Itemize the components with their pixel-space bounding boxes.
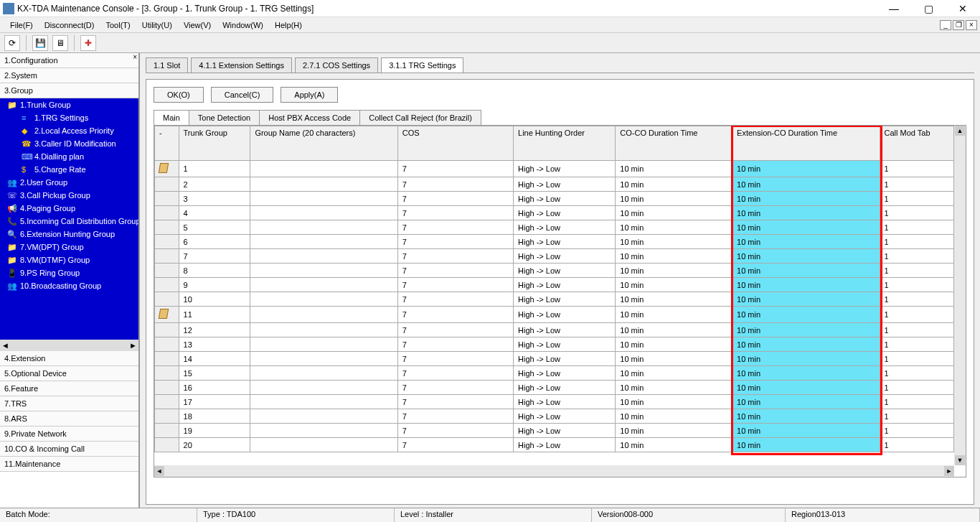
cell-coco[interactable]: 10 min xyxy=(616,177,732,192)
cell-group-name[interactable] xyxy=(250,220,397,235)
cell-group-name[interactable] xyxy=(250,438,397,452)
col-indicator[interactable]: - xyxy=(155,126,179,161)
cell-trunk-group[interactable]: 10 xyxy=(179,292,250,307)
nav-maintenance[interactable]: 11.Maintenance xyxy=(0,457,138,472)
table-row[interactable]: 97High -> Low10 min10 min1 xyxy=(155,278,954,292)
subtab-tone[interactable]: Tone Detection xyxy=(189,110,260,126)
nav-private-network[interactable]: 9.Private Network xyxy=(0,427,138,442)
tree-vm-dpt[interactable]: 📁7.VM(DPT) Group xyxy=(0,241,138,253)
cell-extco[interactable]: 10 min xyxy=(732,161,880,177)
cell-coco[interactable]: 10 min xyxy=(616,206,732,220)
cell-extco[interactable]: 10 min xyxy=(732,395,880,409)
sidebar-hscroll[interactable]: ◄► xyxy=(0,340,138,351)
cell-coco[interactable]: 10 min xyxy=(616,278,732,292)
cell-trunk-group[interactable]: 8 xyxy=(179,264,250,278)
cancel-button[interactable]: Cancel(C) xyxy=(211,87,274,103)
cell-trunk-group[interactable]: 1 xyxy=(179,161,250,177)
scroll-up-icon[interactable]: ▲ xyxy=(955,126,965,136)
table-row[interactable]: 197High -> Low10 min10 min1 xyxy=(155,424,954,438)
table-row[interactable]: 57High -> Low10 min10 min1 xyxy=(155,220,954,235)
cell-extco[interactable]: 10 min xyxy=(732,366,880,381)
cell-coco[interactable]: 10 min xyxy=(616,438,732,452)
cell-trunk-group[interactable]: 9 xyxy=(179,278,250,292)
cell-extco[interactable]: 10 min xyxy=(732,235,880,249)
cell-cos[interactable]: 7 xyxy=(397,424,513,438)
cell-extco[interactable]: 10 min xyxy=(732,206,880,220)
cell-extco[interactable]: 10 min xyxy=(732,381,880,395)
scroll-left-icon[interactable]: ◄ xyxy=(154,466,164,476)
maximize-button[interactable]: ▢ xyxy=(914,1,943,16)
cell-hunting[interactable]: High -> Low xyxy=(514,235,616,249)
cell-extco[interactable]: 10 min xyxy=(732,192,880,206)
tab-slot[interactable]: 1.1 Slot xyxy=(146,57,188,73)
cell-extco[interactable]: 10 min xyxy=(732,220,880,235)
cell-coco[interactable]: 10 min xyxy=(616,161,732,177)
cell-group-name[interactable] xyxy=(250,192,397,206)
cell-coco[interactable]: 10 min xyxy=(616,337,732,352)
col-coco[interactable]: CO-CO Duration Time xyxy=(616,126,732,161)
nav-co-incoming[interactable]: 10.CO & Incoming Call xyxy=(0,442,138,457)
cell-cos[interactable]: 7 xyxy=(397,192,513,206)
cell-hunting[interactable]: High -> Low xyxy=(514,307,616,323)
col-cmt[interactable]: Call Mod Tab xyxy=(880,126,953,161)
nav-trs[interactable]: 7.TRS xyxy=(0,396,138,411)
cell-trunk-group[interactable]: 15 xyxy=(179,366,250,381)
cell-cmt[interactable]: 1 xyxy=(880,161,953,177)
cell-extco[interactable]: 10 min xyxy=(732,424,880,438)
cell-extco[interactable]: 10 min xyxy=(732,409,880,424)
cell-group-name[interactable] xyxy=(250,278,397,292)
cell-cmt[interactable]: 1 xyxy=(880,206,953,220)
table-row[interactable]: 37High -> Low10 min10 min1 xyxy=(155,192,954,206)
nav-group[interactable]: 3.Group xyxy=(0,83,138,98)
minimize-button[interactable]: — xyxy=(880,1,908,16)
cell-cos[interactable]: 7 xyxy=(397,307,513,323)
cell-cmt[interactable]: 1 xyxy=(880,438,953,452)
cell-cos[interactable]: 7 xyxy=(397,278,513,292)
tree-user-group[interactable]: 👥2.User Group xyxy=(0,176,138,189)
cell-cos[interactable]: 7 xyxy=(397,161,513,177)
cell-extco[interactable]: 10 min xyxy=(732,323,880,337)
cell-hunting[interactable]: High -> Low xyxy=(514,366,616,381)
cell-cos[interactable]: 7 xyxy=(397,235,513,249)
subtab-collect-call[interactable]: Collect Call Reject (for Brazil) xyxy=(359,110,481,126)
cell-group-name[interactable] xyxy=(250,337,397,352)
tree-ext-hunting[interactable]: 🔍6.Extension Hunting Group xyxy=(0,228,138,241)
cell-coco[interactable]: 10 min xyxy=(616,235,732,249)
cell-group-name[interactable] xyxy=(250,381,397,395)
cell-hunting[interactable]: High -> Low xyxy=(514,381,616,395)
col-trunk-group[interactable]: Trunk Group xyxy=(179,126,250,161)
cell-hunting[interactable]: High -> Low xyxy=(514,424,616,438)
table-row[interactable]: 117High -> Low10 min10 min1 xyxy=(155,307,954,323)
cell-hunting[interactable]: High -> Low xyxy=(514,206,616,220)
cell-group-name[interactable] xyxy=(250,161,397,177)
menu-view[interactable]: View(V) xyxy=(179,19,215,31)
cell-extco[interactable]: 10 min xyxy=(732,307,880,323)
close-button[interactable]: ✕ xyxy=(948,1,977,16)
tree-incoming-dist[interactable]: 📞5.Incoming Call Distribution Group xyxy=(0,215,138,228)
col-extco[interactable]: Extension-CO Duration Time xyxy=(732,126,880,161)
table-row[interactable]: 147High -> Low10 min10 min1 xyxy=(155,352,954,366)
cell-cmt[interactable]: 1 xyxy=(880,264,953,278)
tab-trg-settings[interactable]: 3.1.1 TRG Settings xyxy=(381,57,463,73)
cell-trunk-group[interactable]: 17 xyxy=(179,395,250,409)
tab-ext-settings[interactable]: 4.1.1 Extension Settings xyxy=(191,57,292,73)
tab-cos-settings[interactable]: 2.7.1 COS Settings xyxy=(295,57,378,73)
cell-extco[interactable]: 10 min xyxy=(732,292,880,307)
cell-cmt[interactable]: 1 xyxy=(880,220,953,235)
table-row[interactable]: 157High -> Low10 min10 min1 xyxy=(155,366,954,381)
cell-trunk-group[interactable]: 6 xyxy=(179,235,250,249)
cell-group-name[interactable] xyxy=(250,307,397,323)
cell-coco[interactable]: 10 min xyxy=(616,249,732,264)
cell-hunting[interactable]: High -> Low xyxy=(514,278,616,292)
cell-trunk-group[interactable]: 11 xyxy=(179,307,250,323)
cell-extco[interactable]: 10 min xyxy=(732,352,880,366)
cell-group-name[interactable] xyxy=(250,235,397,249)
cell-cos[interactable]: 7 xyxy=(397,381,513,395)
cell-cmt[interactable]: 1 xyxy=(880,249,953,264)
cell-cos[interactable]: 7 xyxy=(397,323,513,337)
cell-trunk-group[interactable]: 5 xyxy=(179,220,250,235)
cell-group-name[interactable] xyxy=(250,424,397,438)
cell-trunk-group[interactable]: 4 xyxy=(179,206,250,220)
toolbar-disk-icon[interactable]: 💾 xyxy=(32,35,48,51)
mdi-restore-icon[interactable]: ❐ xyxy=(953,20,964,30)
